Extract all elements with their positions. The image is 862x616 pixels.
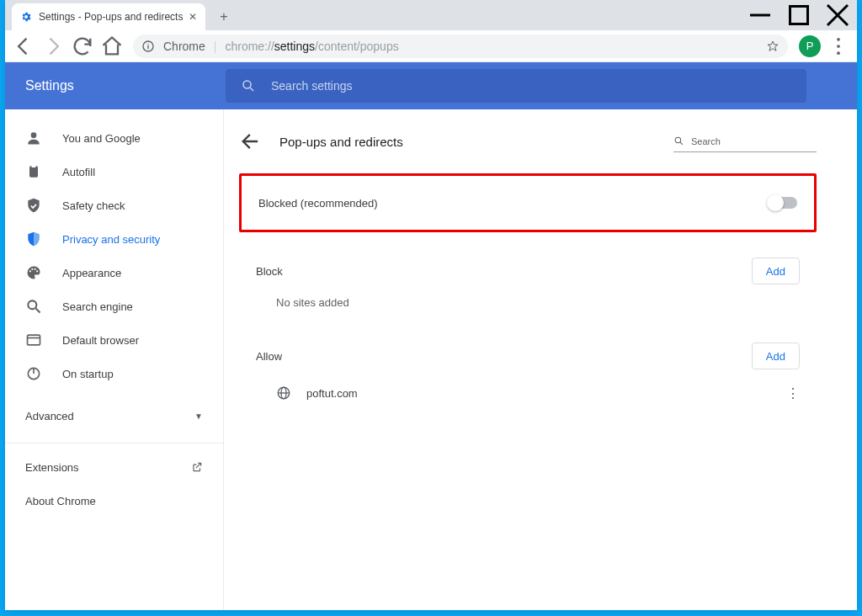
- window-controls: [741, 0, 857, 30]
- blocked-toggle[interactable]: [769, 197, 797, 209]
- sidebar-item-you-and-google[interactable]: You and Google: [5, 121, 223, 155]
- sidebar-item-privacy-security[interactable]: Privacy and security: [5, 222, 223, 256]
- search-icon: [241, 78, 256, 93]
- sidebar-extensions[interactable]: Extensions: [5, 450, 223, 484]
- maximize-button[interactable]: [780, 3, 818, 28]
- page-back-button[interactable]: [239, 130, 263, 153]
- page-title: Pop-ups and redirects: [279, 135, 403, 149]
- svg-point-16: [31, 268, 33, 270]
- sidebar-advanced[interactable]: Advanced ▼: [5, 396, 223, 436]
- url-text: chrome://settings/content/popups: [225, 40, 398, 53]
- settings-sidebar: You and Google Autofill Safety check Pri…: [5, 109, 224, 610]
- sidebar-item-label: You and Google: [62, 132, 141, 145]
- svg-rect-1: [790, 7, 808, 24]
- svg-point-7: [837, 37, 840, 40]
- chevron-down-icon: ▼: [194, 412, 203, 421]
- browser-toolbar: Chrome | chrome://settings/content/popup…: [5, 30, 857, 62]
- new-tab-button[interactable]: +: [212, 5, 236, 29]
- svg-point-25: [675, 137, 681, 143]
- allow-header: Allow: [256, 350, 282, 363]
- shield-icon: [25, 231, 42, 247]
- svg-rect-21: [28, 335, 40, 345]
- settings-title: Settings: [25, 78, 226, 93]
- block-empty-text: No sites added: [239, 288, 817, 317]
- sidebar-item-default-browser[interactable]: Default browser: [5, 323, 223, 357]
- block-add-button[interactable]: Add: [752, 258, 800, 284]
- svg-point-18: [36, 270, 38, 272]
- allow-site-row: poftut.com ⋮: [239, 373, 817, 413]
- shield-check-icon: [25, 197, 42, 214]
- block-section: Block Add No sites added: [239, 254, 817, 317]
- svg-line-11: [250, 88, 253, 91]
- search-icon: [673, 135, 684, 146]
- bookmark-star-icon[interactable]: [766, 40, 780, 53]
- svg-point-15: [29, 270, 31, 272]
- svg-line-20: [36, 309, 40, 313]
- about-label: About Chrome: [25, 495, 96, 507]
- settings-main: Pop-ups and redirects Search Blocked (re…: [224, 109, 857, 610]
- settings-page: Settings Search settings You and Google …: [5, 62, 857, 610]
- sidebar-item-label: Appearance: [62, 267, 121, 279]
- sidebar-about[interactable]: About Chrome: [5, 484, 223, 518]
- svg-point-9: [837, 51, 840, 55]
- search-icon: [25, 298, 42, 315]
- page-search[interactable]: Search: [673, 130, 817, 152]
- settings-appbar: Settings Search settings: [5, 62, 857, 109]
- sidebar-item-label: Search engine: [62, 300, 133, 313]
- sidebar-item-safety-check[interactable]: Safety check: [5, 189, 223, 222]
- blocked-toggle-card: Blocked (recommended): [239, 173, 817, 232]
- menu-button[interactable]: [827, 35, 850, 58]
- globe-icon: [276, 385, 291, 401]
- allow-site-name: poftut.com: [306, 387, 358, 400]
- clipboard-icon: [25, 163, 42, 180]
- advanced-label: Advanced: [25, 410, 74, 422]
- sidebar-item-label: Safety check: [62, 199, 125, 212]
- sidebar-item-search-engine[interactable]: Search engine: [5, 289, 223, 323]
- page-search-placeholder: Search: [691, 136, 721, 146]
- home-button[interactable]: [100, 35, 124, 58]
- gear-icon: [20, 11, 32, 23]
- site-info-icon[interactable]: [141, 40, 155, 53]
- close-tab-icon[interactable]: ✕: [189, 11, 197, 23]
- page-header: Pop-ups and redirects Search: [239, 125, 817, 158]
- allow-section: Allow Add poftut.com ⋮: [239, 339, 817, 413]
- minimize-button[interactable]: [741, 3, 780, 28]
- divider: [5, 443, 223, 443]
- open-external-icon: [191, 461, 203, 473]
- svg-rect-14: [32, 165, 36, 167]
- sidebar-item-label: Privacy and security: [62, 233, 160, 246]
- svg-point-10: [243, 81, 251, 88]
- settings-search-placeholder: Search settings: [271, 79, 353, 93]
- palette-icon: [25, 264, 42, 281]
- browser-icon: [25, 332, 42, 348]
- reload-button[interactable]: [71, 35, 94, 58]
- window-titlebar: Settings - Pop-ups and redirects ✕ +: [5, 0, 857, 30]
- block-header: Block: [256, 265, 283, 278]
- sidebar-item-label: On startup: [62, 368, 114, 380]
- svg-point-8: [837, 45, 840, 48]
- address-bar[interactable]: Chrome | chrome://settings/content/popup…: [133, 35, 788, 58]
- svg-point-17: [35, 268, 36, 270]
- sidebar-item-on-startup[interactable]: On startup: [5, 357, 223, 390]
- site-more-button[interactable]: ⋮: [786, 385, 800, 401]
- allow-add-button[interactable]: Add: [752, 343, 800, 369]
- browser-tab[interactable]: Settings - Pop-ups and redirects ✕: [12, 3, 205, 30]
- sidebar-item-label: Default browser: [62, 334, 139, 347]
- toggle-knob: [767, 194, 784, 211]
- sidebar-item-autofill[interactable]: Autofill: [5, 155, 223, 189]
- close-window-button[interactable]: [818, 3, 857, 28]
- forward-button[interactable]: [41, 35, 65, 58]
- tab-title: Settings - Pop-ups and redirects: [39, 11, 184, 23]
- svg-rect-13: [29, 166, 38, 177]
- settings-search[interactable]: Search settings: [226, 69, 806, 103]
- back-button[interactable]: [12, 35, 35, 58]
- person-icon: [25, 130, 42, 146]
- svg-point-19: [28, 300, 36, 309]
- profile-avatar[interactable]: P: [799, 35, 821, 57]
- sidebar-item-appearance[interactable]: Appearance: [5, 256, 223, 289]
- url-scheme-label: Chrome: [163, 40, 205, 53]
- svg-point-12: [31, 132, 37, 138]
- svg-line-26: [680, 142, 683, 145]
- extensions-label: Extensions: [25, 461, 79, 474]
- sidebar-item-label: Autofill: [62, 166, 95, 178]
